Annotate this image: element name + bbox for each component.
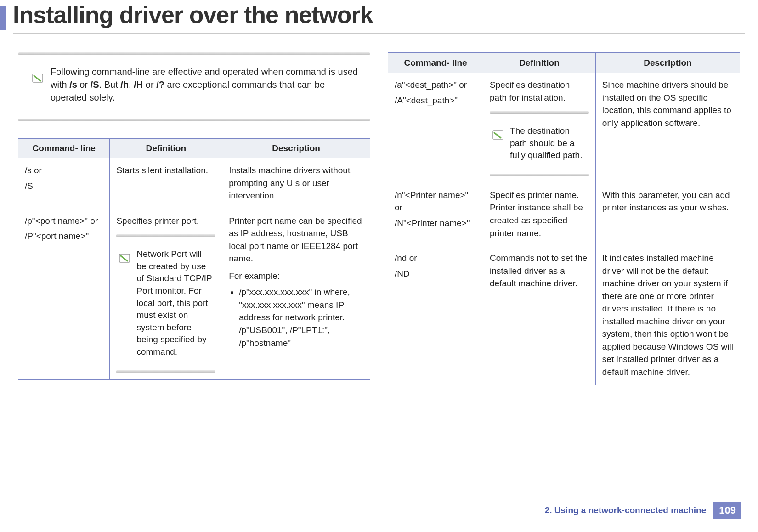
left-command-table: Command- line Definition Description /s …	[18, 138, 370, 380]
col-header-desc: Description	[222, 138, 370, 158]
cmd-line1: /s or	[25, 164, 103, 177]
desc-para: With this parameter, you can add printer…	[602, 189, 733, 214]
def-cell: Specifies destination path for installat…	[483, 73, 596, 183]
desc-para: For example:	[229, 270, 363, 283]
cmd-line2: /P"<port name>"	[25, 230, 103, 243]
left-column: Following command-line are effective and…	[18, 52, 370, 385]
desc-cell: Installs machine drivers without prompti…	[222, 158, 370, 209]
desc-cell: It indicates installed machine driver wi…	[595, 246, 740, 385]
def-cell: Starts silent installation.	[110, 158, 222, 209]
intro-note-wrapper: Following command-line are effective and…	[18, 52, 370, 121]
col-header-def: Definition	[483, 53, 596, 73]
table-header-row: Command- line Definition Description	[18, 138, 370, 158]
cmd-cell: /nd or/ND	[388, 246, 483, 385]
note-rule	[490, 174, 589, 176]
table-row: /n"<Printer name>" or/N"<Printer name>"S…	[388, 183, 740, 246]
def-cell: Specifies printer port.Network Port will…	[110, 209, 222, 379]
cmd-cell: /s or/S	[18, 158, 110, 209]
cmd-line2: /N"<Printer name>"	[395, 217, 476, 230]
page-title: Installing driver over the network	[6, 0, 373, 28]
footer-chapter: 2. Using a network-connected machine	[545, 505, 707, 515]
cmd-line1: /a"<dest_path>" or	[395, 79, 476, 91]
footer-page-number: 109	[713, 502, 741, 519]
cmd-line2: /A"<dest_path>"	[395, 94, 476, 107]
note-rule	[116, 234, 215, 237]
desc-cell: With this parameter, you can add printer…	[595, 183, 740, 246]
title-accent	[0, 6, 6, 30]
right-column: Command- line Definition Description /a"…	[388, 52, 740, 385]
table-row: /a"<dest_path>" or/A"<dest_path>"Specifi…	[388, 73, 740, 183]
desc-list: /p"xxx.xxx.xxx.xxx" in where, "xxx.xxx.x…	[229, 286, 363, 349]
table-row: /s or/SStarts silent installation.Instal…	[18, 158, 370, 209]
desc-para: It indicates installed machine driver wi…	[602, 252, 733, 378]
cmd-line2: /S	[25, 180, 103, 192]
note-icon	[119, 253, 131, 264]
def-text: Specifies destination path for installat…	[490, 79, 589, 104]
cmd-cell: /a"<dest_path>" or/A"<dest_path>"	[388, 73, 483, 183]
note-rule	[490, 111, 589, 114]
def-cell: Specifies printer name. Printer instance…	[483, 183, 596, 246]
note-rule	[18, 52, 370, 55]
intro-note: Following command-line are effective and…	[18, 61, 370, 112]
desc-para: Since machine drivers should be installe…	[602, 79, 733, 129]
note-text: The destination path should be a fully q…	[510, 126, 582, 160]
cmd-line1: /p"<port name>" or	[25, 215, 103, 227]
table-row: /nd or/NDCommands not to set the install…	[388, 246, 740, 385]
note-text: Following command-line are effective and…	[51, 67, 358, 102]
def-text: Starts silent installation.	[116, 164, 215, 177]
note-rule	[18, 119, 370, 121]
content-columns: Following command-line are effective and…	[0, 34, 758, 385]
col-header-cmd: Command- line	[18, 138, 110, 158]
desc-cell: Since machine drivers should be installe…	[595, 73, 740, 183]
def-cell: Commands not to set the installed driver…	[483, 246, 596, 385]
desc-cell: Printer port name can be specified as IP…	[222, 209, 370, 379]
note-icon	[32, 73, 44, 84]
note-rule	[116, 370, 215, 373]
table-header-row: Command- line Definition Description	[388, 53, 740, 73]
def-text: Specifies printer port.	[116, 215, 215, 227]
right-command-table: Command- line Definition Description /a"…	[388, 52, 740, 385]
cmd-line1: /nd or	[395, 252, 476, 265]
col-header-desc: Description	[595, 53, 740, 73]
def-note: The destination path should be a fully q…	[490, 119, 589, 167]
col-header-cmd: Command- line	[388, 53, 483, 73]
footer: 2. Using a network-connected machine 109	[545, 502, 741, 519]
def-note: Network Port will be created by use of S…	[116, 243, 215, 363]
col-header-def: Definition	[110, 138, 222, 158]
desc-para: Installs machine drivers without prompti…	[229, 164, 363, 202]
cmd-line1: /n"<Printer name>" or	[395, 189, 476, 214]
desc-para: Printer port name can be specified as IP…	[229, 215, 363, 265]
def-text: Commands not to set the installed driver…	[490, 252, 589, 290]
def-text: Specifies printer name. Printer instance…	[490, 189, 589, 239]
cmd-line2: /ND	[395, 267, 476, 280]
title-bar: Installing driver over the network	[0, 0, 758, 30]
cmd-cell: /n"<Printer name>" or/N"<Printer name>"	[388, 183, 483, 246]
cmd-cell: /p"<port name>" or/P"<port name>"	[18, 209, 110, 379]
table-row: /p"<port name>" or/P"<port name>"Specifi…	[18, 209, 370, 379]
note-text: Network Port will be created by use of S…	[136, 249, 212, 357]
list-item: /p"xxx.xxx.xxx.xxx" in where, "xxx.xxx.x…	[239, 286, 363, 349]
note-icon	[492, 130, 504, 141]
